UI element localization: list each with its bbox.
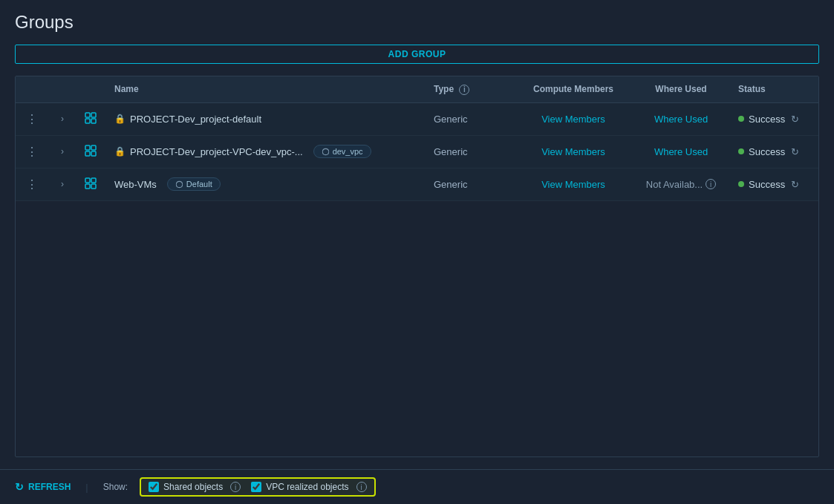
row-dots-button[interactable]: ⋮ bbox=[25, 112, 40, 126]
vpc-realized-label: VPC realized objects bbox=[266, 482, 348, 492]
view-members-link[interactable]: View Members bbox=[523, 179, 624, 190]
svg-rect-5 bbox=[91, 145, 96, 150]
main-content: Groups ADD GROUP Name Type i Compute bbox=[0, 0, 834, 469]
status-text: Success bbox=[749, 146, 785, 157]
status-text: Success bbox=[749, 114, 785, 125]
status-cell: Success ↻ bbox=[738, 146, 809, 157]
not-available-text: Not Availab... i bbox=[642, 179, 720, 190]
status-dot bbox=[738, 116, 744, 122]
filter-checkbox-group: Shared objects i VPC realized objects i bbox=[140, 477, 375, 497]
svg-rect-4 bbox=[85, 145, 90, 150]
lock-icon: 🔒 bbox=[114, 114, 126, 124]
status-dot bbox=[738, 181, 744, 187]
row-dots-button[interactable]: ⋮ bbox=[25, 145, 40, 159]
col-header-expand bbox=[49, 76, 76, 102]
row-expand-button[interactable]: › bbox=[58, 177, 67, 191]
view-members-link[interactable]: View Members bbox=[523, 114, 624, 125]
col-header-where-used: Where Used bbox=[633, 76, 729, 102]
table-row: ⋮› Web-VMs DefaultGenericView Members No… bbox=[16, 168, 818, 200]
svg-rect-2 bbox=[85, 119, 90, 123]
svg-rect-8 bbox=[85, 178, 90, 183]
vpc-realized-checkbox-item[interactable]: VPC realized objects i bbox=[251, 482, 366, 492]
col-header-icon bbox=[76, 76, 105, 102]
svg-rect-10 bbox=[85, 184, 90, 189]
table-row: ⋮› 🔒PROJECT-Dev_project-VPC-dev_vpc-... … bbox=[16, 135, 818, 168]
svg-rect-3 bbox=[91, 119, 96, 123]
name-cell: Web-VMs Default bbox=[114, 177, 416, 191]
grid-icon bbox=[85, 114, 97, 126]
show-label: Show: bbox=[103, 482, 128, 492]
status-cell: Success ↻ bbox=[738, 179, 809, 190]
view-members-link[interactable]: View Members bbox=[523, 146, 624, 157]
footer-divider: | bbox=[85, 482, 88, 493]
groups-table: Name Type i Compute Members Where Used S… bbox=[16, 76, 818, 201]
not-available-info-icon[interactable]: i bbox=[706, 179, 716, 189]
row-expand-button[interactable]: › bbox=[58, 112, 67, 125]
svg-rect-6 bbox=[85, 151, 90, 156]
row-name: PROJECT-Dev_project-default bbox=[130, 114, 261, 125]
row-type: Generic bbox=[434, 114, 468, 125]
svg-rect-1 bbox=[91, 113, 96, 117]
status-text: Success bbox=[749, 179, 785, 190]
row-refresh-button[interactable]: ↻ bbox=[789, 179, 801, 190]
col-header-compute: Compute Members bbox=[514, 76, 633, 102]
svg-rect-7 bbox=[91, 151, 96, 156]
add-group-button[interactable]: ADD GROUP bbox=[15, 45, 819, 64]
name-cell: 🔒PROJECT-Dev_project-VPC-dev_vpc-... dev… bbox=[114, 145, 416, 158]
row-type: Generic bbox=[434, 146, 468, 157]
shared-objects-label: Shared objects bbox=[163, 482, 223, 492]
tag-badge: dev_vpc bbox=[313, 145, 371, 158]
row-expand-button[interactable]: › bbox=[58, 145, 67, 158]
col-header-name: Name bbox=[105, 76, 425, 102]
lock-icon: 🔒 bbox=[114, 146, 126, 157]
col-header-dots bbox=[16, 76, 49, 102]
where-used-link[interactable]: Where Used bbox=[642, 114, 720, 125]
col-header-status: Status bbox=[729, 76, 818, 102]
where-used-link[interactable]: Where Used bbox=[642, 146, 720, 157]
name-cell: 🔒PROJECT-Dev_project-default bbox=[114, 114, 416, 125]
tag-badge: Default bbox=[167, 177, 221, 191]
shared-objects-checkbox[interactable] bbox=[149, 482, 159, 492]
groups-table-wrapper: Name Type i Compute Members Where Used S… bbox=[15, 76, 819, 457]
table-row: ⋮› 🔒PROJECT-Dev_project-defaultGenericVi… bbox=[16, 102, 818, 135]
refresh-button[interactable]: ↻ REFRESH bbox=[15, 481, 71, 493]
vpc-realized-checkbox[interactable] bbox=[251, 482, 261, 492]
svg-rect-0 bbox=[85, 113, 90, 117]
type-info-icon[interactable]: i bbox=[459, 85, 469, 95]
row-name: Web-VMs bbox=[114, 179, 157, 190]
col-header-type: Type i bbox=[425, 76, 514, 102]
row-type: Generic bbox=[434, 179, 468, 190]
page-title: Groups bbox=[15, 12, 819, 33]
vpc-realized-info-icon[interactable]: i bbox=[356, 482, 367, 492]
svg-rect-9 bbox=[91, 178, 96, 183]
table-body: ⋮› 🔒PROJECT-Dev_project-defaultGenericVi… bbox=[16, 102, 818, 200]
status-cell: Success ↻ bbox=[738, 114, 809, 125]
grid-icon bbox=[85, 180, 97, 192]
row-refresh-button[interactable]: ↻ bbox=[789, 146, 801, 157]
row-dots-button[interactable]: ⋮ bbox=[25, 177, 40, 192]
shared-objects-checkbox-item[interactable]: Shared objects i bbox=[149, 482, 241, 492]
status-dot bbox=[738, 148, 744, 154]
refresh-icon: ↻ bbox=[15, 481, 24, 493]
svg-rect-11 bbox=[91, 184, 96, 189]
shared-objects-info-icon[interactable]: i bbox=[230, 482, 241, 492]
row-name: PROJECT-Dev_project-VPC-dev_vpc-... bbox=[130, 146, 303, 157]
grid-icon bbox=[85, 147, 97, 159]
footer-bar: ↻ REFRESH | Show: Shared objects i VPC r… bbox=[0, 469, 834, 504]
row-refresh-button[interactable]: ↻ bbox=[789, 114, 801, 125]
